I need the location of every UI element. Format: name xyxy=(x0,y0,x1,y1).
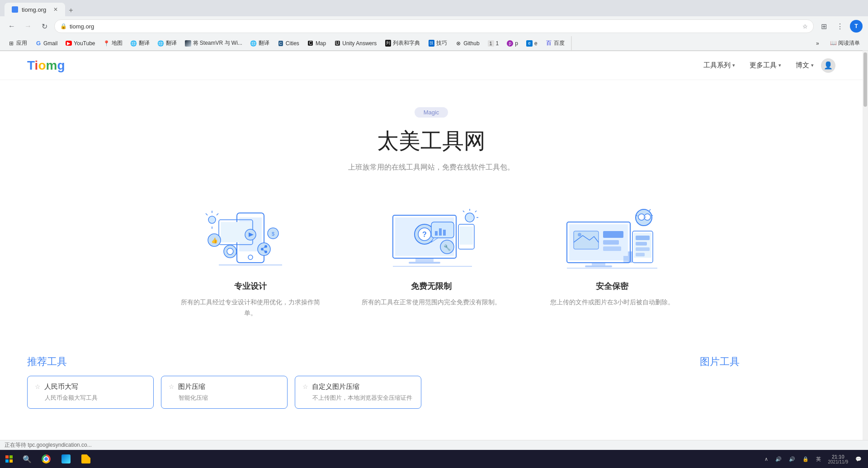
tool-card-rmb[interactable]: ☆ 人民币大写 人民币金额大写工具 xyxy=(27,376,154,409)
taskbar-edge[interactable] xyxy=(56,450,76,468)
svg-rect-49 xyxy=(574,231,599,249)
tool-compress-name: 图片压缩 xyxy=(178,383,205,391)
bookmark-translate2-label: 翻译 xyxy=(166,39,177,47)
p-icon: p xyxy=(507,40,513,47)
bookmark-star[interactable]: ☆ xyxy=(802,23,808,30)
feature-security-title: 安全保密 xyxy=(540,281,684,292)
reload-button[interactable]: ↻ xyxy=(38,20,51,33)
bookmark-apps[interactable]: ⊞ 应用 xyxy=(5,38,31,49)
svg-rect-52 xyxy=(603,240,619,245)
svg-rect-54 xyxy=(592,263,605,265)
baidu-icon: 百 xyxy=(546,40,552,47)
active-tab[interactable]: tiomg.org ✕ xyxy=(5,3,65,16)
browser-chrome: tiomg.org ✕ + ← → ↻ 🔒 tiomg.org ☆ ⊞ ⋮ T … xyxy=(0,0,868,51)
nav-blog[interactable]: 博文 ▾ xyxy=(796,61,814,70)
github-icon: ⊗ xyxy=(455,40,462,47)
recommended-tools-grid: ☆ 人民币大写 人民币金额大写工具 ☆ 图片压缩 智能化压缩 ☆ 自定义图片压缩 xyxy=(27,376,682,409)
taskbar-chrome[interactable] xyxy=(36,450,56,468)
bookmark-p[interactable]: p p xyxy=(503,38,522,48)
bookmark-translate3-label: 翻译 xyxy=(259,39,269,47)
bookmark-steam[interactable]: 将 SteamVR 与 Wi... xyxy=(181,38,246,49)
tool-card-custom-compress[interactable]: ☆ 自定义图片压缩 不上传图片，本地浏览器安全压缩证件 xyxy=(295,376,421,409)
tray-lang[interactable]: 英 xyxy=(813,456,824,463)
chrome-icon xyxy=(42,454,51,463)
address-bar[interactable]: 🔒 tiomg.org ☆ xyxy=(54,19,814,33)
tray-network[interactable]: 🔊 xyxy=(773,456,784,462)
bookmark-e[interactable]: e e xyxy=(523,38,541,48)
start-button[interactable] xyxy=(0,450,18,468)
recommended-tools-col: 推荐工具 ☆ 人民币大写 人民币金额大写工具 ☆ 图片压缩 智能化压缩 xyxy=(27,355,682,409)
lock-icon: 🔒 xyxy=(60,23,67,29)
feature-free-illustration: ? 🔧 xyxy=(382,208,481,272)
tray-lock[interactable]: 🔒 xyxy=(800,456,811,462)
tool-compress-desc: 智能化压缩 xyxy=(169,394,280,402)
win-time-main: 21:10 xyxy=(828,454,849,459)
new-tab-button[interactable]: + xyxy=(65,5,76,16)
scrollbar-thumb[interactable] xyxy=(863,52,867,107)
tool-compress-star[interactable]: ☆ xyxy=(169,383,175,390)
features-section: 👍 $ 专业设计 所有的工具经过专业 xyxy=(0,190,863,346)
bookmark-skill[interactable]: 技 技巧 xyxy=(425,38,451,49)
tool-custom-compress-star[interactable]: ☆ xyxy=(302,383,308,390)
tray-notification[interactable]: 💬 xyxy=(853,456,864,462)
bookmark-gmail-label: Gmail xyxy=(43,40,57,47)
user-icon[interactable]: 👤 xyxy=(821,58,835,73)
site-nav: Tiomg 工具系列 ▾ 更多工具 ▾ 博文 ▾ 👤 xyxy=(0,51,863,80)
bookmark-translate2[interactable]: 🌐 翻译 xyxy=(154,38,180,49)
more-button[interactable]: ⋮ xyxy=(834,20,846,33)
feature-free-desc: 所有的工具在正常使用范围内完全免费没有限制。 xyxy=(359,297,504,308)
tool-card-compress[interactable]: ☆ 图片压缩 智能化压缩 xyxy=(161,376,288,409)
tool-card-rmb-header: ☆ 人民币大写 xyxy=(35,383,146,391)
tray-caret[interactable]: ∧ xyxy=(762,456,771,462)
nav-tools-series[interactable]: 工具系列 ▾ xyxy=(703,61,735,70)
back-button[interactable]: ← xyxy=(5,20,18,33)
taskbar-search-button[interactable]: 🔍 xyxy=(18,450,36,468)
unity-icon: U xyxy=(334,40,340,47)
bookmark-translate1[interactable]: 🌐 翻译 xyxy=(127,38,153,49)
svg-rect-74 xyxy=(9,455,13,459)
bookmark-youtube[interactable]: ▶ YouTube xyxy=(62,38,99,48)
scrollbar[interactable] xyxy=(863,51,868,468)
tab-close[interactable]: ✕ xyxy=(53,6,58,13)
file-explorer-icon xyxy=(81,454,90,463)
svg-rect-70 xyxy=(628,251,632,263)
bookmark-baidu[interactable]: 百 百度 xyxy=(542,38,568,49)
svg-rect-75 xyxy=(5,459,9,463)
profile-button[interactable]: T xyxy=(850,20,863,33)
bookmark-steam-label: 将 SteamVR 与 Wi... xyxy=(193,39,242,47)
reading-mode-button[interactable]: 📖 阅读清单 xyxy=(826,38,863,49)
nav-more-tools[interactable]: 更多工具 ▾ xyxy=(750,61,781,70)
taskbar-explorer[interactable] xyxy=(76,450,96,468)
bookmark-maps[interactable]: 📍 地图 xyxy=(100,38,126,49)
tool-rmb-name: 人民币大写 xyxy=(44,383,78,391)
bookmark-gmail[interactable]: G Gmail xyxy=(32,38,61,48)
bookmark-num1[interactable]: 1 1 xyxy=(484,38,503,48)
tool-rmb-star[interactable]: ☆ xyxy=(35,383,41,390)
gmail-icon: G xyxy=(35,40,42,47)
feature-security-desc: 您上传的文件或图片在3小时后被自动删除。 xyxy=(540,297,684,308)
bookmarks-overflow[interactable]: » xyxy=(813,38,822,48)
hero-subtitle: 上班族常用的在线工具网站，免费在线软件工具包。 xyxy=(0,163,863,172)
forward-button[interactable]: → xyxy=(22,20,34,33)
bookmark-github-label: Github xyxy=(463,40,479,47)
blog-chevron: ▾ xyxy=(811,62,814,68)
svg-line-24 xyxy=(206,213,208,215)
free-svg: ? 🔧 xyxy=(382,208,481,272)
translate3-icon: 🌐 xyxy=(250,40,257,47)
feature-security-illustration xyxy=(562,208,662,272)
bookmark-unity[interactable]: U Unity Answers xyxy=(330,38,380,48)
tray-time[interactable]: 21:10 2021/11/9 xyxy=(826,454,851,464)
windows-logo-icon xyxy=(5,455,13,463)
bookmark-cities[interactable]: C Cities xyxy=(274,38,303,48)
feature-design-title: 专业设计 xyxy=(178,281,323,292)
bookmark-github[interactable]: ⊗ Github xyxy=(452,38,483,48)
tray-volume[interactable]: 🔊 xyxy=(786,456,798,462)
site-logo[interactable]: Tiomg xyxy=(27,58,65,73)
bookmark-translate3[interactable]: 🌐 翻译 xyxy=(247,38,273,49)
extensions-button[interactable]: ⊞ xyxy=(817,20,830,33)
bookmark-list[interactable]: 列 列表和字典 xyxy=(381,38,424,49)
bookmark-map[interactable]: C Map xyxy=(304,38,330,48)
feature-professional-design: 👍 $ 专业设计 所有的工具经过专业 xyxy=(178,208,323,319)
bookmark-skill-label: 技巧 xyxy=(436,39,447,47)
design-svg: 👍 $ xyxy=(201,208,300,272)
